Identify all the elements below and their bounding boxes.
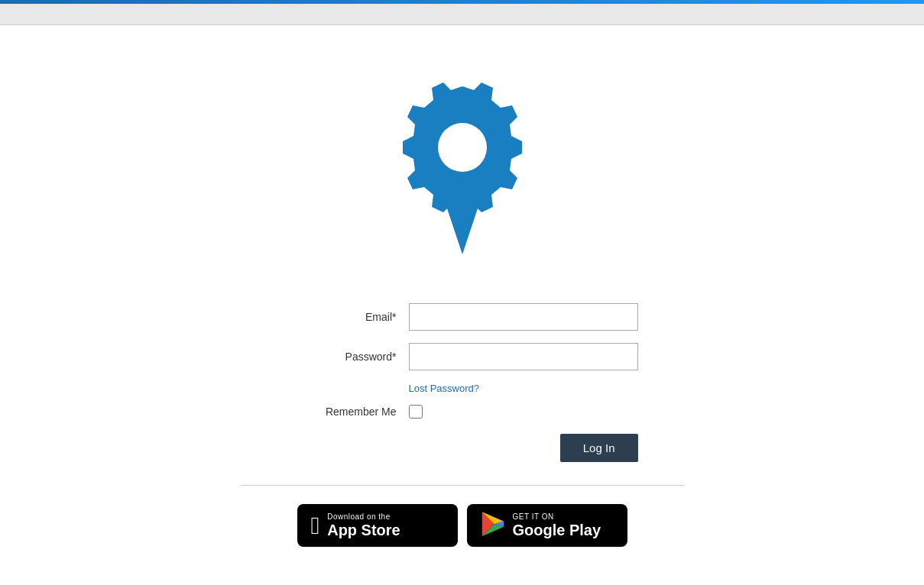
- remember-me-checkbox[interactable]: [409, 405, 423, 419]
- google-btn-text: GET IT ON Google Play: [513, 512, 601, 539]
- login-form: Email* Password* Lost Password? Remember…: [287, 303, 638, 485]
- logo-container: [386, 71, 539, 280]
- forgot-row: Lost Password?: [287, 383, 638, 394]
- main-content: Email* Password* Lost Password? Remember…: [0, 25, 924, 585]
- login-button[interactable]: Log In: [560, 434, 638, 462]
- svg-point-0: [438, 123, 487, 172]
- google-play-icon: [481, 512, 505, 539]
- apple-app-store-button[interactable]:  Download on the App Store: [297, 504, 458, 547]
- app-logo-icon: [386, 71, 539, 277]
- divider: [241, 485, 684, 486]
- svg-marker-1: [443, 197, 481, 254]
- apple-large-text: App Store: [327, 521, 400, 539]
- email-input[interactable]: [409, 303, 638, 331]
- remember-me-row: Remember Me: [287, 405, 638, 419]
- lost-password-link[interactable]: Lost Password?: [409, 383, 480, 394]
- password-label: Password*: [287, 351, 409, 363]
- apple-btn-text: Download on the App Store: [327, 512, 400, 539]
- email-label: Email*: [287, 311, 409, 323]
- apple-small-text: Download on the: [327, 512, 400, 521]
- app-buttons:  Download on the App Store GET IT ON Go…: [297, 504, 627, 547]
- password-input[interactable]: [409, 343, 638, 370]
- apple-icon: : [311, 513, 320, 538]
- password-row: Password*: [287, 343, 638, 370]
- header-strip: [0, 4, 924, 25]
- email-row: Email*: [287, 303, 638, 331]
- remember-me-label: Remember Me: [287, 406, 409, 418]
- google-large-text: Google Play: [513, 521, 601, 539]
- google-small-text: GET IT ON: [513, 512, 601, 521]
- button-row: Log In: [287, 434, 638, 462]
- google-play-button[interactable]: GET IT ON Google Play: [467, 504, 627, 547]
